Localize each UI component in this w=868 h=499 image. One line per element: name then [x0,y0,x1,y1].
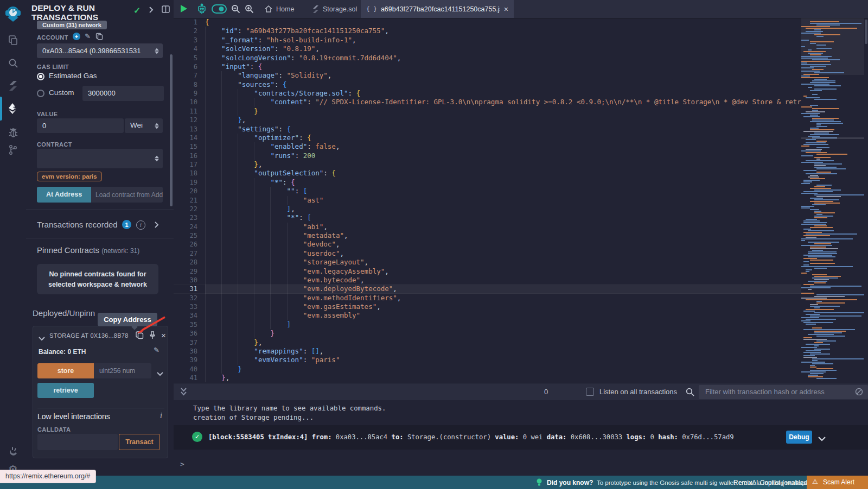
clear-filter-icon[interactable] [855,388,863,398]
code-line-35[interactable]: 35] [174,320,801,329]
edit-balance-icon[interactable]: ✎ [154,346,159,354]
code-line-36[interactable]: 36} [174,329,801,338]
unit-stepper-icon[interactable] [155,123,159,129]
retrieve-button[interactable]: retrieve [37,383,94,398]
code-line-2[interactable]: 2"id": "a69b43f277ba20fcac141151250ca755… [174,27,801,35]
copy-address-icon[interactable] [135,331,144,342]
value-input[interactable]: 0 [37,118,124,133]
code-line-28[interactable]: 28"storageLayout", [174,258,801,267]
tab-home[interactable]: Home [259,0,299,18]
tab-build-info-json[interactable]: { } a69b43f277ba20fcac141151250ca755.jso… [361,0,514,18]
copilot-toggle-icon[interactable] [212,4,227,16]
code-line-7[interactable]: 7"language": "Solidity", [174,71,801,80]
custom-gas-radio[interactable] [37,90,44,97]
zoom-in-icon[interactable] [245,4,254,16]
create-account-icon[interactable]: + [73,33,80,40]
code-line-22[interactable]: 22], [174,205,801,213]
code-line-18[interactable]: 18"outputSelection": { [174,169,801,178]
code-line-3[interactable]: 3"_format": "hh-sol-build-info-1", [174,36,801,45]
code-line-11[interactable]: 11} [174,107,801,116]
code-line-29[interactable]: 29"evm.legacyAssembly", [174,267,801,276]
terminal-search-icon[interactable] [686,388,694,399]
terminal-prompt[interactable]: > [180,460,184,468]
debug-button[interactable]: Debug [786,431,812,444]
code-line-33[interactable]: 33"evm.gasEstimates", [174,302,801,311]
code-line-15[interactable]: 15"enabled": false, [174,142,801,151]
scam-alert-badge[interactable]: ⚠ Scam Alert [807,476,868,489]
code-line-5[interactable]: 5"solcLongVersion": "0.8.19+commit.7dd6d… [174,54,801,62]
store-button[interactable]: store [37,363,94,378]
code-line-12[interactable]: 12}, [174,116,801,124]
code-line-27[interactable]: 27"userdoc", [174,249,801,258]
minimap[interactable] [801,18,864,383]
file-explorer-icon[interactable] [0,30,26,50]
deploy-run-icon[interactable] [0,99,26,118]
code-line-14[interactable]: 14"optimizer": { [174,134,801,142]
code-line-31[interactable]: 31"evm.deployedBytecode", [174,285,801,293]
code-editor[interactable]: 1{2"id": "a69b43f277ba20fcac141151250ca7… [174,18,868,383]
remixai-robot-icon[interactable] [196,3,207,17]
account-select[interactable]: 0xA03...85ac4 (0.39866531531 [37,43,163,58]
code-line-1[interactable]: 1{ [174,18,801,27]
transactions-recorded-label[interactable]: Transactions recorded [37,220,118,229]
filter-input[interactable]: Filter with transaction hash or address [699,385,868,399]
collapse-chevron-icon[interactable] [39,333,45,343]
remove-contract-icon[interactable]: × [161,331,166,340]
code-line-38[interactable]: 38"remappings": [], [174,347,801,356]
collapse-terminal-icon[interactable] [180,387,187,399]
code-line-30[interactable]: 30"evm.bytecode", [174,276,801,285]
code-line-24[interactable]: 24"abi", [174,223,801,231]
at-address-button[interactable]: At Address [37,187,91,203]
editor-scrollbar[interactable] [865,20,867,44]
transactions-info-icon[interactable]: i [136,220,145,230]
code-line-17[interactable]: 17}, [174,160,801,169]
at-address-input[interactable]: Load contract from Addre [91,187,163,203]
tx-expand-chevron-icon[interactable] [818,434,826,444]
code-line-19[interactable]: 19"*": { [174,178,801,187]
git-icon[interactable] [0,140,26,160]
transact-button[interactable]: Transact [119,434,160,450]
edit-account-icon[interactable]: ✎ [85,32,91,40]
code-line-21[interactable]: 21"ast" [174,196,801,205]
plugin-manager-icon[interactable] [0,441,26,460]
contract-select[interactable] [37,149,163,168]
code-line-9[interactable]: 9"contracts/Storage.sol": { [174,89,801,98]
listen-checkbox[interactable] [586,388,594,396]
solidity-compiler-icon[interactable] [0,76,26,96]
pin-contract-icon[interactable] [149,331,156,342]
store-arg-input[interactable]: uint256 num [94,363,151,378]
code-line-6[interactable]: 6"input": { [174,62,801,71]
code-line-20[interactable]: 20"": [ [174,187,801,195]
close-tab-icon[interactable]: × [504,5,508,14]
code-line-25[interactable]: 25"metadata", [174,231,801,240]
low-level-info-icon[interactable]: i [160,412,162,420]
panel-chevron-right-icon[interactable] [149,6,154,16]
contract-stepper-icon[interactable] [155,156,159,162]
code-line-13[interactable]: 13"settings": { [174,125,801,134]
code-line-40[interactable]: 40} [174,365,801,374]
estimated-gas-radio[interactable] [37,73,44,80]
zoom-out-icon[interactable] [231,4,240,16]
code-line-23[interactable]: 23"*": [ [174,213,801,222]
tab-storage-sol[interactable]: Storage.sol [307,0,362,18]
code-line-32[interactable]: 32"evm.methodIdentifiers", [174,294,801,302]
panel-scrollbar[interactable] [170,54,173,206]
transactions-expand-icon[interactable] [154,221,159,231]
code-line-8[interactable]: 8"sources": { [174,80,801,89]
copilot-status[interactable]: RemixAI Copilot (enabled) [733,479,809,487]
code-line-41[interactable]: 41}, [174,374,801,382]
code-line-10[interactable]: 10"content": "// SPDX-License-Identifier… [174,98,801,106]
pin-panel-icon[interactable] [162,5,170,15]
remix-logo[interactable] [0,3,26,25]
code-line-39[interactable]: 39"evmVersion": "paris" [174,356,801,364]
search-icon[interactable] [0,53,26,73]
code-line-16[interactable]: 16"runs": 200 [174,151,801,160]
copy-account-icon[interactable] [95,33,103,42]
run-script-play-icon[interactable] [181,5,187,12]
value-unit-select[interactable]: Wei [125,118,163,133]
code-area[interactable]: 1{2"id": "a69b43f277ba20fcac141151250ca7… [174,18,801,383]
calldata-input[interactable] [37,434,118,450]
code-line-37[interactable]: 37}, [174,338,801,347]
debugger-icon[interactable] [0,123,26,142]
account-stepper-icon[interactable] [155,48,159,54]
